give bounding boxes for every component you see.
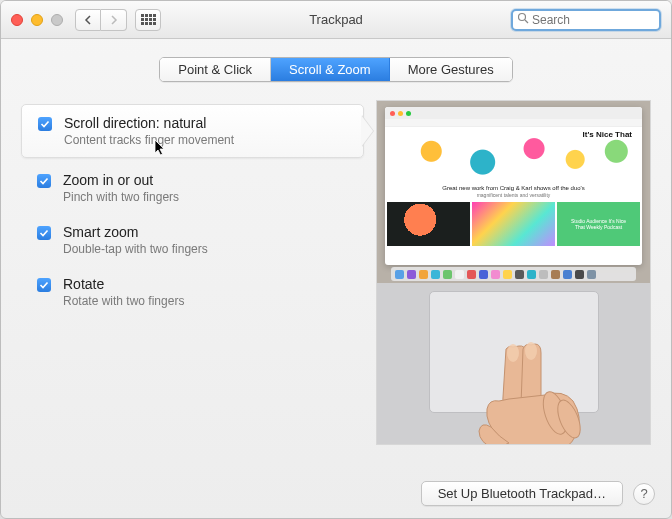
- option-subtitle: Pinch with two fingers: [63, 190, 179, 204]
- option-subtitle: Double-tap with two fingers: [63, 242, 208, 256]
- option-text: Smart zoom Double-tap with two fingers: [63, 224, 208, 256]
- checkbox-rotate[interactable]: [37, 278, 51, 292]
- option-title: Zoom in or out: [63, 172, 179, 188]
- options-list: Scroll direction: natural Content tracks…: [21, 100, 364, 445]
- preview-browser: It's Nice That Great new work from Craig…: [385, 107, 642, 265]
- gesture-preview: It's Nice That Great new work from Craig…: [376, 100, 651, 445]
- chevron-left-icon: [84, 15, 92, 25]
- preview-site-title: It's Nice That: [583, 130, 632, 139]
- help-button[interactable]: ?: [633, 483, 655, 505]
- option-text: Scroll direction: natural Content tracks…: [64, 115, 234, 147]
- checkbox-zoom[interactable]: [37, 174, 51, 188]
- forward-button[interactable]: [101, 9, 127, 31]
- option-subtitle: Content tracks finger movement: [64, 133, 234, 147]
- tabs: Point & Click Scroll & Zoom More Gesture…: [159, 57, 512, 82]
- tab-more-gestures[interactable]: More Gestures: [390, 58, 512, 81]
- hand-icon: [469, 339, 589, 445]
- svg-point-4: [507, 344, 519, 362]
- tab-point-click[interactable]: Point & Click: [160, 58, 271, 81]
- preview-browser-chrome: [385, 107, 642, 119]
- check-icon: [39, 228, 49, 238]
- preview-thumb: Studio Audience It's Nice That Weekly Po…: [557, 202, 640, 246]
- preview-thumb: [387, 202, 470, 246]
- preview-tagline-1: Great new work from Craig & Karl shows o…: [397, 185, 630, 191]
- option-subtitle: Rotate with two fingers: [63, 294, 184, 308]
- option-text: Rotate Rotate with two fingers: [63, 276, 184, 308]
- option-rotate[interactable]: Rotate Rotate with two fingers: [21, 266, 364, 318]
- show-all-button[interactable]: [135, 9, 161, 31]
- svg-line-1: [525, 20, 528, 23]
- checkbox-scroll-direction[interactable]: [38, 117, 52, 131]
- option-title: Smart zoom: [63, 224, 208, 240]
- search-field-wrap[interactable]: [511, 9, 661, 31]
- preview-thumbnails: Studio Audience It's Nice That Weekly Po…: [385, 202, 642, 246]
- minimize-window-button[interactable]: [31, 14, 43, 26]
- preview-tagline-2: magnificent talents and versatility: [397, 192, 630, 198]
- back-button[interactable]: [75, 9, 101, 31]
- close-window-button[interactable]: [11, 14, 23, 26]
- preview-badge: Studio Audience It's Nice That Weekly Po…: [565, 218, 631, 230]
- check-icon: [40, 119, 50, 129]
- preview-tagline: Great new work from Craig & Karl shows o…: [385, 181, 642, 202]
- preview-dock: [391, 267, 636, 281]
- checkbox-smart-zoom[interactable]: [37, 226, 51, 240]
- window-controls: [11, 14, 63, 26]
- preview-url-bar: [385, 119, 642, 127]
- content-body: Scroll direction: natural Content tracks…: [1, 82, 671, 455]
- footer: Set Up Bluetooth Trackpad… ?: [421, 481, 655, 506]
- option-smart-zoom[interactable]: Smart zoom Double-tap with two fingers: [21, 214, 364, 266]
- preview-laptop: [377, 283, 650, 444]
- check-icon: [39, 176, 49, 186]
- nav-buttons: [75, 9, 127, 31]
- tab-scroll-zoom[interactable]: Scroll & Zoom: [271, 58, 390, 81]
- svg-point-0: [519, 14, 526, 21]
- trackpad-preferences-window: Trackpad Point & Click Scroll & Zoom Mor…: [0, 0, 672, 519]
- check-icon: [39, 280, 49, 290]
- option-text: Zoom in or out Pinch with two fingers: [63, 172, 179, 204]
- svg-point-5: [525, 342, 537, 360]
- option-zoom[interactable]: Zoom in or out Pinch with two fingers: [21, 162, 364, 214]
- option-title: Scroll direction: natural: [64, 115, 234, 131]
- titlebar: Trackpad: [1, 1, 671, 39]
- chevron-right-icon: [110, 15, 118, 25]
- tabs-row: Point & Click Scroll & Zoom More Gesture…: [1, 57, 671, 82]
- maximize-window-button[interactable]: [51, 14, 63, 26]
- grid-icon: [141, 14, 156, 25]
- option-scroll-direction[interactable]: Scroll direction: natural Content tracks…: [21, 104, 364, 158]
- setup-bluetooth-button[interactable]: Set Up Bluetooth Trackpad…: [421, 481, 623, 506]
- preview-thumb: [472, 202, 555, 246]
- search-icon: [517, 12, 529, 27]
- option-title: Rotate: [63, 276, 184, 292]
- search-input[interactable]: [532, 13, 672, 27]
- preview-hero-art: It's Nice That: [385, 127, 642, 181]
